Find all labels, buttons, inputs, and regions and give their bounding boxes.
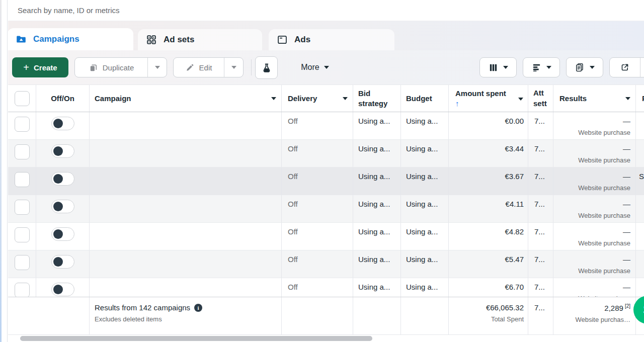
chevron-down-icon[interactable] — [625, 97, 630, 100]
tab-strip: Campaigns Ad sets Ads — [8, 21, 644, 50]
row-toggle-cell — [36, 195, 90, 222]
campaign-toggle-off[interactable] — [51, 227, 74, 241]
campaign-toggle-off[interactable] — [51, 255, 74, 269]
campaign-name-cell[interactable] — [90, 250, 282, 278]
delivery-cell: Off — [282, 223, 353, 250]
tab-adsets[interactable]: Ad sets — [138, 29, 262, 50]
more-button[interactable]: More — [289, 57, 341, 77]
campaign-toggle-off[interactable] — [51, 172, 74, 186]
header-results[interactable]: Results — [553, 85, 636, 112]
amount-spent-value: €5.47 — [505, 255, 524, 264]
header-attribution-setting[interactable]: Att sett — [528, 85, 553, 112]
info-icon[interactable]: i — [194, 304, 202, 312]
amount-spent-value: €6.70 — [505, 283, 524, 291]
campaign-name-cell[interactable] — [90, 112, 282, 139]
table-row[interactable]: Off Using a... Using a... €5.47 7... — W… — [8, 250, 644, 278]
row-checkbox[interactable] — [15, 172, 30, 187]
row-check-cell — [8, 112, 36, 139]
chevron-down-icon[interactable] — [271, 97, 276, 100]
attribution-cell: 7... — [528, 195, 553, 222]
campaign-name-cell[interactable] — [90, 223, 282, 250]
table-footer-row: Results from 142 campaigns i Excludes de… — [8, 297, 644, 335]
campaign-toggle-off[interactable] — [51, 200, 74, 213]
search-input[interactable] — [8, 0, 644, 21]
table-row[interactable]: Off Using a... Using a... €3.44 7... — W… — [8, 140, 644, 167]
ab-test-button[interactable] — [255, 56, 278, 79]
table-row[interactable]: Off Using a... Using a... €4.82 7... — W… — [8, 223, 644, 250]
attribution-cell: 7... — [528, 140, 553, 167]
edit-button-label: Edit — [199, 63, 212, 72]
row-checkbox[interactable] — [15, 144, 30, 159]
duplicate-split-button: Duplicate — [74, 57, 167, 77]
edit-dropdown-button[interactable] — [224, 58, 243, 77]
tab-campaigns[interactable]: Campaigns — [8, 28, 133, 50]
result-type: Website purchase — [578, 239, 630, 247]
row-toggle-cell — [36, 140, 90, 167]
header-amount-spent[interactable]: Amount spent ↑ — [449, 85, 528, 112]
amount-spent-cell: €5.47 — [449, 250, 528, 278]
table-row[interactable]: Off Using a... Using a... €4.11 7... — W… — [8, 195, 644, 223]
row-checkbox[interactable] — [15, 283, 30, 298]
footer-lead-cell — [8, 297, 90, 334]
row-check-cell — [8, 250, 36, 278]
budget-value: Using a... — [406, 283, 438, 291]
row-checkbox[interactable] — [15, 200, 30, 215]
row-checkbox[interactable] — [15, 255, 30, 270]
export-dropdown-button[interactable] — [640, 58, 644, 77]
duplicate-dropdown-button[interactable] — [147, 58, 167, 77]
delivery-status: Off — [288, 200, 298, 208]
attribution-value: 7... — [534, 283, 545, 291]
columns-button[interactable] — [479, 57, 517, 77]
row-checkbox[interactable] — [15, 227, 30, 242]
header-campaign[interactable]: Campaign — [90, 85, 282, 112]
header-next-column-label: P — [642, 94, 644, 103]
chevron-down-icon[interactable] — [518, 98, 523, 101]
amount-spent-cell: €3.67 — [449, 167, 528, 195]
create-button[interactable]: + Create — [12, 57, 68, 77]
select-all-checkbox[interactable] — [15, 91, 30, 106]
budget-value: Using a... — [406, 172, 438, 181]
table-row[interactable]: Off Using a... Using a... €3.67 7... — W… — [8, 167, 644, 195]
table-row[interactable]: Off Using a... Using a... €0.00 7... — W… — [8, 112, 644, 140]
reports-button[interactable] — [566, 57, 603, 77]
reports-icon — [575, 62, 585, 72]
clipped-column-cell — [636, 223, 644, 250]
row-checkbox[interactable] — [15, 117, 30, 132]
bid-strategy-value: Using a... — [358, 144, 390, 153]
result-value: — — [623, 227, 630, 236]
chevron-down-icon[interactable] — [343, 97, 348, 100]
edit-button[interactable]: Edit — [174, 58, 224, 77]
duplicate-button[interactable]: Duplicate — [75, 58, 147, 77]
results-total-value: 2,289 — [604, 304, 623, 312]
horizontal-scrollbar-track[interactable] — [8, 335, 644, 342]
bid-strategy-value: Using a... — [358, 255, 390, 264]
header-bid-strategy[interactable]: Bid strategy — [353, 85, 401, 112]
budget-value: Using a... — [406, 255, 438, 264]
footer-amount-cell: €66,065.32 Total Spent — [449, 297, 528, 334]
more-button-label: More — [301, 63, 319, 72]
left-panel-scrollbar[interactable] — [0, 0, 2, 342]
search-bar — [8, 0, 644, 21]
total-spent-label: Total Spent — [491, 315, 524, 323]
campaign-toggle-off[interactable] — [51, 283, 74, 296]
horizontal-scrollbar-thumb[interactable] — [20, 336, 372, 341]
delivery-status: Off — [288, 227, 298, 236]
campaign-name-cell[interactable] — [90, 140, 282, 167]
clipped-column-cell — [636, 140, 644, 167]
header-budget[interactable]: Budget — [401, 85, 449, 112]
campaign-toggle-off[interactable] — [51, 117, 74, 130]
toolbar: + Create Duplicate Edit More — [8, 50, 644, 84]
export-button[interactable] — [610, 58, 640, 77]
excludes-deleted-note: Excludes deleted items — [95, 315, 281, 323]
campaign-name-cell[interactable] — [90, 195, 282, 222]
breakdown-button[interactable] — [523, 57, 560, 77]
tab-ads[interactable]: Ads — [269, 29, 394, 50]
sort-ascending-icon[interactable]: ↑ — [455, 99, 459, 109]
campaign-toggle-off[interactable] — [51, 144, 74, 158]
bid-strategy-cell: Using a... — [353, 250, 401, 278]
clipped-column-cell — [636, 112, 644, 139]
campaign-name-cell[interactable] — [90, 167, 282, 195]
header-delivery[interactable]: Delivery — [282, 85, 353, 112]
amount-spent-cell: €4.82 — [449, 223, 528, 250]
tab-campaigns-label: Campaigns — [33, 34, 79, 44]
